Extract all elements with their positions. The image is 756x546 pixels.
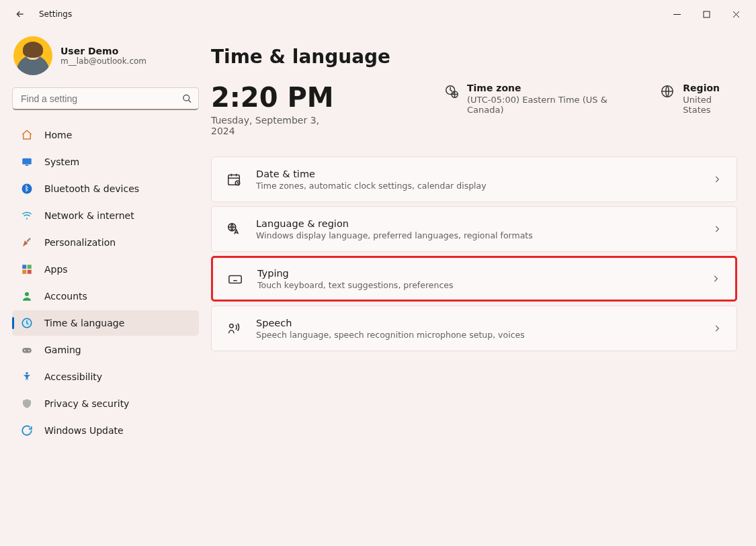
- speech-icon: [226, 321, 241, 336]
- timezone-value: (UTC-05:00) Eastern Time (US & Canada): [467, 95, 634, 115]
- card-sub: Time zones, automatic clock settings, ca…: [256, 181, 698, 191]
- window-controls: [662, 3, 751, 25]
- svg-rect-7: [26, 165, 29, 167]
- nav-label: Apps: [44, 264, 68, 275]
- nav-item-gaming[interactable]: Gaming: [12, 337, 199, 363]
- svg-rect-14: [28, 270, 32, 274]
- nav-item-home[interactable]: Home: [12, 122, 199, 148]
- gaming-icon: [20, 343, 34, 357]
- system-icon: [20, 155, 34, 169]
- nav-item-accessibility[interactable]: Accessibility: [12, 364, 199, 390]
- user-block[interactable]: User Demo m__lab@outlook.com: [12, 34, 199, 87]
- search-input[interactable]: [12, 87, 199, 110]
- svg-rect-13: [22, 270, 26, 274]
- card-list: Date & time Time zones, automatic clock …: [211, 156, 737, 351]
- region-value: United States: [683, 95, 737, 115]
- svg-point-28: [230, 324, 234, 328]
- search-container: [12, 87, 199, 110]
- sidebar: User Demo m__lab@outlook.com Home System…: [0, 28, 207, 546]
- nav-label: Gaming: [44, 345, 81, 355]
- nav-item-bluetooth[interactable]: Bluetooth & devices: [12, 176, 199, 201]
- accessibility-icon: [20, 370, 34, 383]
- region-icon: [660, 84, 675, 99]
- back-button[interactable]: [11, 5, 30, 24]
- svg-point-9: [26, 218, 28, 219]
- nav-label: Privacy & security: [44, 398, 129, 409]
- page-title: Time & language: [211, 46, 737, 68]
- svg-rect-6: [22, 158, 32, 165]
- nav-item-apps[interactable]: Apps: [12, 257, 199, 282]
- card-speech[interactable]: Speech Speech language, speech recogniti…: [211, 306, 737, 351]
- personalization-icon: [20, 236, 34, 249]
- nav-item-privacy[interactable]: Privacy & security: [12, 391, 199, 416]
- bluetooth-icon: [20, 182, 34, 195]
- nav-label: Accounts: [44, 291, 87, 302]
- card-date-time[interactable]: Date & time Time zones, automatic clock …: [211, 156, 737, 202]
- card-sub: Speech language, speech recognition micr…: [256, 330, 698, 340]
- nav-label: Home: [44, 130, 72, 140]
- close-icon: [732, 11, 740, 18]
- user-name: User Demo: [60, 46, 146, 56]
- card-language-region[interactable]: Language & region Windows display langua…: [211, 206, 737, 252]
- chevron-right-icon: [712, 224, 722, 234]
- nav-item-personalization[interactable]: Personalization: [12, 230, 199, 255]
- nav-item-accounts[interactable]: Accounts: [12, 283, 199, 309]
- svg-rect-11: [22, 265, 26, 269]
- svg-rect-12: [28, 265, 32, 269]
- card-title: Language & region: [256, 218, 698, 229]
- window-title: Settings: [39, 9, 72, 19]
- time-language-icon: [20, 316, 34, 330]
- nav-label: System: [44, 156, 79, 167]
- nav-label: Personalization: [44, 237, 116, 248]
- svg-point-18: [24, 350, 26, 351]
- timezone-block: Time zone (UTC-05:00) Eastern Time (US &…: [444, 83, 634, 115]
- privacy-icon: [20, 397, 34, 410]
- nav-item-network[interactable]: Network & internet: [12, 203, 199, 228]
- svg-rect-10: [26, 238, 31, 242]
- card-title: Date & time: [256, 169, 698, 179]
- nav-label: Time & language: [44, 318, 124, 328]
- content: Time & language 2:20 PM Tuesday, Septemb…: [207, 28, 756, 546]
- nav-label: Windows Update: [44, 425, 124, 436]
- info-row: 2:20 PM Tuesday, September 3, 2024 Time …: [211, 83, 737, 136]
- chevron-right-icon: [712, 175, 722, 184]
- card-title: Speech: [256, 318, 698, 328]
- chevron-right-icon: [712, 324, 722, 333]
- nav-label: Accessibility: [44, 371, 102, 382]
- language-icon: [226, 222, 241, 236]
- card-title: Typing: [257, 268, 696, 279]
- svg-point-8: [22, 184, 32, 194]
- apps-icon: [20, 263, 34, 276]
- svg-point-20: [26, 372, 28, 374]
- accounts-icon: [20, 289, 34, 303]
- avatar: [13, 36, 52, 75]
- nav-label: Bluetooth & devices: [44, 183, 139, 194]
- svg-rect-27: [229, 275, 241, 283]
- close-button[interactable]: [721, 3, 751, 25]
- home-icon: [20, 128, 34, 142]
- titlebar: Settings: [0, 0, 756, 28]
- keyboard-icon: [228, 271, 243, 286]
- current-date: Tuesday, September 3, 2024: [211, 115, 338, 136]
- nav-label: Network & internet: [44, 210, 134, 221]
- nav-item-time-language[interactable]: Time & language: [12, 310, 199, 336]
- card-sub: Touch keyboard, text suggestions, prefer…: [257, 280, 696, 290]
- svg-point-19: [28, 350, 30, 351]
- nav-item-system[interactable]: System: [12, 149, 199, 175]
- time-block: 2:20 PM Tuesday, September 3, 2024: [211, 83, 338, 136]
- maximize-button[interactable]: [691, 3, 721, 25]
- svg-point-15: [25, 292, 29, 296]
- chevron-right-icon: [711, 274, 720, 283]
- timezone-icon: [444, 84, 459, 99]
- nav-list: Home System Bluetooth & devices Network …: [12, 122, 199, 443]
- card-typing[interactable]: Typing Touch keyboard, text suggestions,…: [211, 256, 737, 302]
- region-label: Region: [683, 83, 737, 93]
- svg-rect-17: [22, 348, 32, 353]
- svg-rect-1: [704, 11, 710, 17]
- current-time: 2:20 PM: [211, 83, 338, 112]
- minimize-button[interactable]: [662, 3, 691, 25]
- arrow-left-icon: [15, 9, 26, 19]
- calendar-icon: [226, 172, 241, 187]
- nav-item-update[interactable]: Windows Update: [12, 418, 199, 443]
- network-icon: [20, 209, 34, 222]
